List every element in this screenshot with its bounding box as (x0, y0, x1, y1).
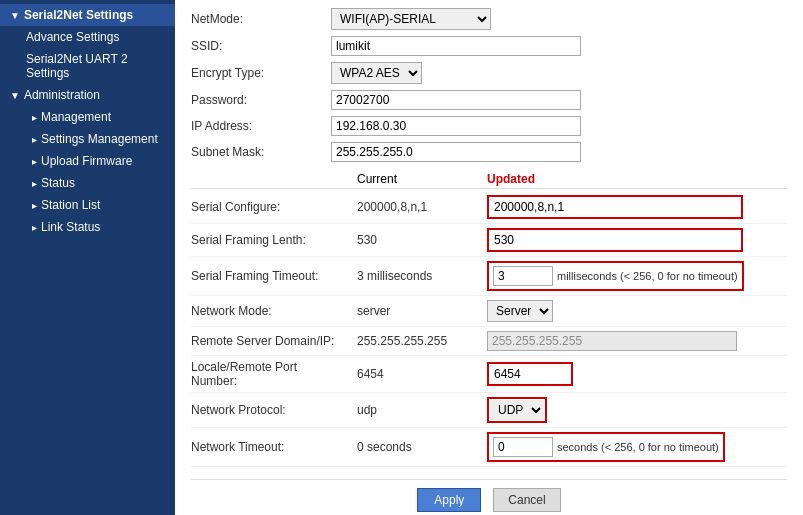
serial-updated-0 (481, 195, 787, 219)
cancel-button[interactable]: Cancel (493, 488, 560, 512)
serial-current-1: 530 (351, 233, 481, 247)
netmode-label: NetMode: (191, 12, 331, 26)
serial-input-7[interactable] (493, 437, 553, 457)
serial-row-1: Serial Framing Lenth:530 (191, 224, 787, 257)
serial-label-1: Serial Framing Lenth: (191, 233, 351, 247)
red-box-0 (487, 195, 743, 219)
sidebar-label-link-status: Link Status (41, 220, 100, 234)
serial-select-3[interactable]: ServerClient (487, 300, 553, 322)
sidebar-label-advance-settings: Advance Settings (26, 30, 119, 44)
ssid-input[interactable] (331, 36, 581, 56)
serial-settings-section: CurrentUpdatedSerial Configure:200000,8,… (191, 170, 787, 467)
sidebar-item-settings-management[interactable]: ▸Settings Management (0, 128, 175, 150)
encrypt-select[interactable]: WPA2 AES (331, 62, 422, 84)
serial-label-5: Locale/Remote Port Number: (191, 360, 351, 388)
serial-row-3: Network Mode:serverServerClient (191, 296, 787, 327)
sidebar-label-station-list: Station List (41, 198, 100, 212)
red-box-1 (487, 228, 743, 252)
serial-select-6[interactable]: UDPTCP (490, 400, 544, 420)
serial-current-6: udp (351, 403, 481, 417)
main-content: NetMode: WIFI(AP)-SERIAL SSID: Encrypt T… (175, 0, 803, 515)
serial-label-3: Network Mode: (191, 304, 351, 318)
serial-current-7: 0 seconds (351, 440, 481, 454)
serial-label-7: Network Timeout: (191, 440, 351, 454)
sidebar-item-advance-settings[interactable]: Advance Settings (0, 26, 175, 48)
serial-input-5[interactable] (490, 365, 570, 383)
sidebar-item-administration[interactable]: ▼Administration (0, 84, 175, 106)
sidebar-arrow-serial2net-settings: ▼ (10, 10, 20, 21)
serial-row-7: Network Timeout:0 secondsseconds (< 256,… (191, 428, 787, 467)
password-label: Password: (191, 93, 331, 107)
serial-input-4[interactable] (487, 331, 737, 351)
col-current-header: Current (351, 172, 481, 186)
serial-input-0[interactable] (490, 198, 740, 216)
serial-updated-2: milliseconds (< 256, 0 for no timeout) (481, 261, 787, 291)
serial-updated-6: UDPTCP (481, 397, 787, 423)
serial-current-3: server (351, 304, 481, 318)
serial-label-4: Remote Server Domain/IP: (191, 334, 351, 348)
sidebar-arrow-upload-firmware: ▸ (32, 156, 37, 167)
sidebar-label-serial2net-settings: Serial2Net Settings (24, 8, 133, 22)
sidebar-arrow-administration: ▼ (10, 90, 20, 101)
ip-label: IP Address: (191, 119, 331, 133)
netmode-select[interactable]: WIFI(AP)-SERIAL (331, 8, 491, 30)
sidebar-arrow-settings-management: ▸ (32, 134, 37, 145)
serial-updated-5 (481, 362, 787, 386)
sidebar-label-administration: Administration (24, 88, 100, 102)
encrypt-label: Encrypt Type: (191, 66, 331, 80)
ssid-row: SSID: (191, 36, 787, 56)
serial-label-6: Network Protocol: (191, 403, 351, 417)
password-row: Password: (191, 90, 787, 110)
ssid-label: SSID: (191, 39, 331, 53)
subnet-label: Subnet Mask: (191, 145, 331, 159)
sidebar-label-settings-management: Settings Management (41, 132, 158, 146)
serial-row-0: Serial Configure:200000,8,n,1 (191, 191, 787, 224)
col-label-header (191, 172, 351, 186)
sidebar-label-serial2net-uart2: Serial2Net UART 2 Settings (26, 52, 167, 80)
ip-row: IP Address: (191, 116, 787, 136)
sidebar-arrow-status: ▸ (32, 178, 37, 189)
password-input[interactable] (331, 90, 581, 110)
sidebar-item-serial2net-settings[interactable]: ▼Serial2Net Settings (0, 4, 175, 26)
red-box-5 (487, 362, 573, 386)
subnet-input[interactable] (331, 142, 581, 162)
serial-suffix-2: milliseconds (< 256, 0 for no timeout) (557, 270, 738, 282)
sidebar-arrow-management: ▸ (32, 112, 37, 123)
serial-label-2: Serial Framing Timeout: (191, 269, 351, 283)
ip-input[interactable] (331, 116, 581, 136)
sidebar-arrow-link-status: ▸ (32, 222, 37, 233)
serial-input-1[interactable] (490, 231, 740, 249)
sidebar-item-serial2net-uart2[interactable]: Serial2Net UART 2 Settings (0, 48, 175, 84)
sidebar-item-upload-firmware[interactable]: ▸Upload Firmware (0, 150, 175, 172)
serial-row-2: Serial Framing Timeout:3 millisecondsmil… (191, 257, 787, 296)
col-updated-header: Updated (481, 172, 787, 186)
sidebar-item-management[interactable]: ▸Management (0, 106, 175, 128)
network-settings-section: NetMode: WIFI(AP)-SERIAL SSID: Encrypt T… (191, 8, 787, 162)
action-row: Apply Cancel (191, 479, 787, 512)
netmode-value: WIFI(AP)-SERIAL (331, 8, 787, 30)
serial-updated-4 (481, 331, 787, 351)
serial-input-2[interactable] (493, 266, 553, 286)
serial-updated-7: seconds (< 256, 0 for no timeout) (481, 432, 787, 462)
serial-suffix-7: seconds (< 256, 0 for no timeout) (557, 441, 719, 453)
red-box-2: milliseconds (< 256, 0 for no timeout) (487, 261, 744, 291)
sidebar-label-management: Management (41, 110, 111, 124)
red-box-6: UDPTCP (487, 397, 547, 423)
serial-label-0: Serial Configure: (191, 200, 351, 214)
serial-current-5: 6454 (351, 367, 481, 381)
subnet-row: Subnet Mask: (191, 142, 787, 162)
encrypt-row: Encrypt Type: WPA2 AES (191, 62, 787, 84)
serial-row-4: Remote Server Domain/IP:255.255.255.255 (191, 327, 787, 356)
serial-updated-1 (481, 228, 787, 252)
serial-current-4: 255.255.255.255 (351, 334, 481, 348)
sidebar-item-status[interactable]: ▸Status (0, 172, 175, 194)
sidebar: ▼Serial2Net SettingsAdvance SettingsSeri… (0, 0, 175, 515)
sidebar-label-status: Status (41, 176, 75, 190)
sidebar-arrow-station-list: ▸ (32, 200, 37, 211)
sidebar-item-link-status[interactable]: ▸Link Status (0, 216, 175, 238)
netmode-row: NetMode: WIFI(AP)-SERIAL (191, 8, 787, 30)
serial-row-5: Locale/Remote Port Number:6454 (191, 356, 787, 393)
serial-row-6: Network Protocol:udpUDPTCP (191, 393, 787, 428)
apply-button[interactable]: Apply (417, 488, 481, 512)
sidebar-item-station-list[interactable]: ▸Station List (0, 194, 175, 216)
